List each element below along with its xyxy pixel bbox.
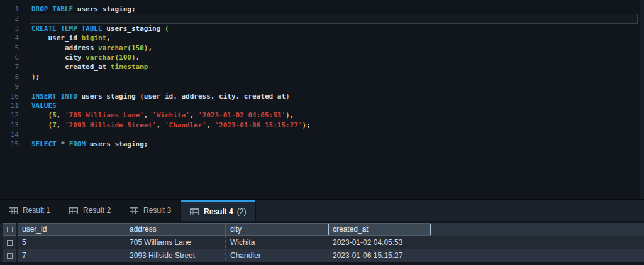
line-number: 15 [0, 139, 19, 149]
table-row[interactable]: 72093 Hillside StreetChandler2023-01-06 … [0, 249, 644, 262]
code-line-1[interactable]: DROP TABLE users_staging; [30, 4, 638, 14]
code-token: ; [306, 121, 311, 129]
cell-user-id[interactable]: 5 [18, 236, 125, 249]
code-line-7[interactable]: created_at timestamp [30, 62, 638, 72]
code-token [65, 140, 69, 148]
cell-created-at[interactable]: 2023-01-06 15:15:27 [328, 249, 431, 262]
code-token: users_staging; [86, 140, 148, 148]
tab-result-4[interactable]: Result 4(2) [181, 200, 255, 221]
row-checkbox-cell [3, 249, 16, 262]
code-lines: DROP TABLE users_staging;CREATE TEMP TAB… [30, 4, 638, 149]
code-token: ) [286, 92, 290, 100]
code-token: '705 Williams Lane' [65, 111, 144, 119]
code-token: users_staging; [73, 5, 135, 13]
code-token: ( [127, 44, 131, 52]
header-cell-user-id[interactable]: user_id [18, 223, 125, 236]
table-icon [130, 207, 138, 214]
line-number: 3 [0, 24, 19, 33]
code-token: , [57, 111, 65, 119]
code-token: ) [131, 53, 136, 62]
code-token: 150 [131, 44, 144, 52]
code-line-6[interactable]: city varchar(100), [30, 53, 638, 62]
sql-editor-window: 123456789101112131415 DROP TABLE users_s… [0, 0, 644, 265]
indent-guide [48, 33, 48, 72]
grid-bottom-spacer [0, 262, 644, 265]
line-number: 11 [0, 101, 19, 111]
code-token: 100 [119, 53, 131, 62]
code-token: INSERT [31, 92, 57, 100]
line-number: 10 [0, 92, 19, 101]
code-token: ( [165, 24, 169, 33]
editor-pane[interactable]: 123456789101112131415 DROP TABLE users_s… [0, 0, 644, 199]
code-token: DROP [31, 5, 48, 13]
code-line-5[interactable]: address varchar(150), [30, 43, 638, 53]
code-token: 'Wichita' [152, 111, 190, 119]
tab-result-2[interactable]: Result 2 [60, 200, 119, 221]
tab-bar-filler [256, 200, 644, 221]
line-number: 1 [0, 4, 19, 14]
table-icon [9, 207, 18, 214]
row-filler [431, 249, 644, 262]
code-line-8[interactable]: ); [30, 72, 638, 82]
line-number: 5 [0, 43, 19, 53]
tab-label: Result 1 [23, 206, 50, 215]
code-token: ) [31, 73, 36, 81]
code-token: varchar [86, 53, 114, 62]
results-tab-bar: Result 1Result 2Result 3Result 4(2) [0, 199, 644, 221]
code-line-10[interactable]: INSERT INTO users_staging (user_id, addr… [30, 92, 638, 101]
code-token: address [31, 44, 98, 52]
code-token: ; [36, 73, 40, 81]
select-all-checkbox[interactable] [7, 227, 13, 232]
cell-user-id[interactable]: 7 [18, 249, 125, 262]
row-checkbox-cell [3, 236, 16, 249]
code-line-15[interactable]: SELECT * FROM users_staging; [30, 139, 638, 149]
code-token: , [144, 111, 152, 119]
code-token: , [157, 121, 165, 129]
cell-city[interactable]: Wichita [226, 236, 328, 249]
cell-address[interactable]: 2093 Hillside Street [125, 249, 226, 262]
code-token: , [106, 34, 111, 42]
results-grid: user_idaddresscitycreated_at5705 William… [0, 223, 644, 265]
row-checkbox[interactable] [7, 253, 13, 259]
cell-created-at[interactable]: 2023-01-02 04:05:53 [328, 236, 431, 249]
row-checkbox[interactable] [7, 240, 13, 246]
indent-guide [48, 111, 48, 140]
editor-scrollbar[interactable] [640, 0, 644, 199]
code-line-4[interactable]: user_id bigint, [30, 33, 638, 43]
table-row[interactable]: 5705 Williams LaneWichita2023-01-02 04:0… [0, 236, 644, 249]
row-filler [431, 236, 644, 249]
line-number: 4 [0, 33, 19, 43]
table-icon [69, 207, 78, 214]
code-token [31, 121, 48, 129]
code-line-2[interactable] [30, 14, 638, 23]
code-token: 7 [52, 121, 57, 129]
code-token: '2023-01-06 15:15:27' [214, 121, 302, 129]
code-token: '2093 Hillside Street' [65, 121, 157, 129]
line-number: 14 [0, 130, 19, 139]
select-all-checkbox-cell [3, 223, 16, 236]
line-number: 12 [0, 111, 19, 120]
code-token [31, 111, 48, 119]
code-token [77, 24, 82, 33]
tab-result-1[interactable]: Result 1 [0, 200, 59, 221]
code-line-13[interactable]: (7, '2093 Hillside Street', 'Chandler', … [30, 121, 638, 130]
tab-label: Result 2 [83, 206, 111, 215]
cell-address[interactable]: 705 Williams Lane [125, 236, 226, 249]
code-line-11[interactable]: VALUES [30, 101, 638, 111]
header-filler [431, 223, 644, 236]
code-token: * [60, 140, 65, 148]
tab-result-3[interactable]: Result 3 [121, 200, 180, 221]
code-token: INTO [60, 92, 77, 100]
header-cell-city[interactable]: city [226, 223, 328, 236]
code-line-14[interactable] [30, 130, 638, 139]
code-token: TEMP [60, 24, 77, 33]
code-line-12[interactable]: (5, '705 Williams Lane', 'Wichita', '202… [30, 111, 638, 120]
code-token: , [136, 53, 140, 62]
code-line-3[interactable]: CREATE TEMP TABLE users_staging ( [30, 24, 638, 33]
code-line-9[interactable] [30, 82, 638, 91]
code-token: , [290, 111, 294, 119]
header-cell-address[interactable]: address [125, 223, 226, 236]
header-cell-created-at[interactable]: created_at [328, 223, 431, 236]
code-token: created_at [31, 63, 111, 71]
cell-city[interactable]: Chandler [226, 249, 328, 262]
